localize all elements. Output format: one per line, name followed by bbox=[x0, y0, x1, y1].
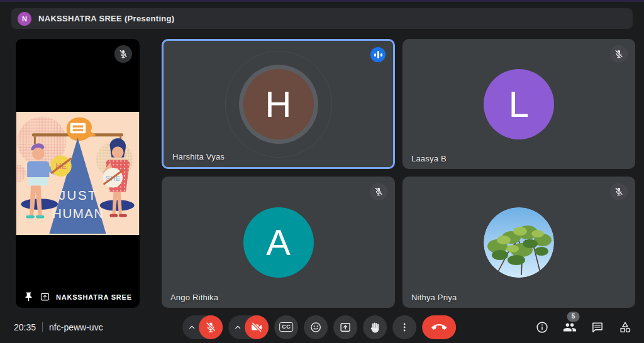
participant-name-label: Ango Rithika bbox=[170, 293, 218, 302]
mic-off-icon bbox=[204, 321, 217, 334]
mic-off-icon bbox=[370, 183, 387, 200]
end-call-icon bbox=[431, 320, 447, 335]
people-panel-button[interactable]: 5 bbox=[561, 318, 579, 336]
avatar-area: H bbox=[164, 41, 393, 167]
camera-off-icon bbox=[250, 321, 263, 334]
camera-control-group bbox=[228, 315, 269, 339]
meeting-code: nfc-peww-uvc bbox=[49, 322, 103, 332]
clock-time: 20:35 bbox=[14, 322, 36, 332]
participant-tile-laasya-b[interactable]: L Laasya B bbox=[402, 39, 635, 169]
camera-toggle-button[interactable] bbox=[245, 315, 269, 339]
panel-controls: 5 bbox=[533, 318, 634, 336]
mic-control-group bbox=[182, 315, 223, 339]
presentation-tile-footer: NAKSSHATRA SREE bbox=[23, 291, 132, 302]
presenting-banner: N NAKSSHATRA SREE (Presenting) bbox=[11, 8, 633, 29]
raise-hand-button[interactable] bbox=[363, 315, 387, 339]
end-call-button[interactable] bbox=[422, 315, 456, 339]
participant-tile-ango-rithika[interactable]: A Ango Rithika bbox=[162, 177, 395, 308]
avatar-area: L bbox=[402, 39, 635, 169]
pin-icon[interactable] bbox=[23, 291, 34, 302]
participant-name-label: Nithya Priya bbox=[411, 293, 457, 302]
speaking-pulse-ring bbox=[225, 51, 332, 158]
avatar-photo bbox=[484, 207, 554, 278]
mic-options-chevron[interactable] bbox=[182, 315, 199, 339]
present-screen-button[interactable] bbox=[333, 315, 357, 339]
participant-name-label: Harshita Vyas bbox=[172, 152, 225, 161]
participant-name-label: Laasya B bbox=[411, 154, 447, 163]
smiley-icon bbox=[309, 321, 322, 334]
participant-tile-harshita-vyas[interactable]: H Harshita Vyas bbox=[162, 39, 395, 169]
presenting-screen-icon bbox=[40, 291, 50, 302]
mic-off-icon bbox=[610, 183, 628, 200]
presentation-slide-image: JUST HUMAN bbox=[16, 112, 140, 235]
chat-panel-button[interactable] bbox=[589, 318, 606, 336]
presenting-banner-title: NAKSSHATRA SREE (Presenting) bbox=[38, 14, 174, 23]
info-icon bbox=[535, 320, 549, 334]
avatar: A bbox=[243, 207, 314, 278]
call-controls: CC bbox=[182, 315, 456, 339]
camera-options-chevron[interactable] bbox=[228, 315, 245, 339]
participant-tile-nithya-priya[interactable]: Nithya Priya bbox=[402, 177, 635, 308]
bottom-control-bar: 20:35 nfc-peww-uvc bbox=[0, 311, 644, 343]
participant-count-badge: 5 bbox=[567, 312, 580, 322]
meeting-details-button[interactable] bbox=[533, 318, 551, 336]
presenter-avatar: N bbox=[18, 12, 31, 26]
slide-word-just: JUST bbox=[59, 188, 97, 202]
chat-icon bbox=[591, 320, 604, 334]
present-screen-icon bbox=[339, 321, 352, 334]
reactions-button[interactable] bbox=[304, 315, 328, 339]
chevron-up-icon bbox=[234, 324, 242, 331]
captions-icon: CC bbox=[279, 322, 293, 332]
presentation-tile[interactable]: JUST HUMAN bbox=[16, 39, 140, 308]
meeting-info: 20:35 nfc-peww-uvc bbox=[14, 322, 103, 332]
more-options-icon bbox=[398, 321, 411, 334]
window-top-edge bbox=[0, 0, 644, 2]
mic-off-icon bbox=[114, 45, 132, 63]
activities-panel-button[interactable] bbox=[616, 318, 634, 336]
raise-hand-icon bbox=[369, 321, 381, 334]
captions-button[interactable]: CC bbox=[274, 315, 298, 339]
more-options-button[interactable] bbox=[392, 315, 416, 339]
presenter-name-label: NAKSSHATRA SREE bbox=[56, 293, 132, 301]
people-icon bbox=[563, 320, 577, 334]
avatar-area bbox=[402, 177, 635, 308]
slide-word-human: HUMAN bbox=[52, 206, 104, 220]
avatar: L bbox=[484, 69, 554, 139]
divider bbox=[42, 322, 43, 332]
chevron-up-icon bbox=[188, 324, 196, 331]
mic-toggle-button[interactable] bbox=[199, 315, 223, 339]
avatar-area: A bbox=[162, 177, 395, 308]
speaking-indicator-icon bbox=[370, 47, 386, 62]
mic-off-icon bbox=[610, 45, 628, 63]
activities-icon bbox=[618, 320, 632, 334]
